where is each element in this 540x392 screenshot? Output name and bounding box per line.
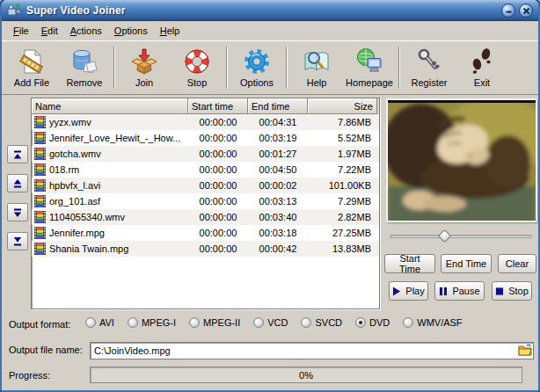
move-up-button[interactable] [7, 174, 28, 192]
cell-start-time: 00:00:00 [188, 178, 248, 193]
toolbar-join-button[interactable]: Join [118, 43, 171, 92]
seek-slider-track[interactable] [390, 235, 532, 238]
table-row[interactable]: Jennifer_Love_Hewit_-_How...00:00:0000:0… [32, 130, 379, 146]
cell-start-time: 00:00:00 [188, 114, 248, 130]
format-radio-svcd[interactable]: SVCD [301, 317, 342, 328]
toolbar-remove-button[interactable]: Remove [58, 43, 111, 92]
film-icon [34, 179, 46, 192]
table-row[interactable]: Shania Twain.mpg00:00:0000:00:4213.83MB [32, 241, 379, 257]
move-down-icon [12, 207, 23, 218]
column-header-start-time[interactable]: Start time [188, 98, 248, 114]
toolbar-options-button[interactable]: Options [230, 43, 283, 92]
radio-icon[interactable] [189, 317, 200, 328]
menu-bar: FileEditActionsOptionsHelp [2, 21, 538, 40]
toolbar-homepage-button[interactable]: Homepage [343, 43, 396, 92]
toolbar-separator [286, 47, 288, 89]
format-radio-wmv-asf[interactable]: WMV/ASF [403, 317, 462, 328]
cell-end-time: 00:04:31 [248, 114, 308, 130]
radio-icon[interactable] [403, 317, 413, 328]
table-row[interactable]: hpbvfx_l.avi00:00:0000:00:02101.00KB [32, 178, 379, 193]
radio-icon[interactable] [355, 317, 366, 328]
cell-name: 018.rm [32, 162, 188, 178]
cell-start-time: 00:00:00 [188, 209, 248, 225]
format-radio-dvd[interactable]: DVD [355, 317, 390, 328]
minimize-icon [505, 7, 513, 15]
seek-slider[interactable] [390, 230, 532, 243]
move-top-button[interactable] [7, 145, 28, 163]
output-file-input[interactable] [90, 342, 534, 359]
browse-folder-button[interactable] [517, 344, 532, 358]
cell-end-time: 00:04:50 [248, 162, 308, 178]
pause-button[interactable]: Pause [434, 281, 485, 301]
format-radio-mpeg-ii[interactable]: MPEG-II [189, 317, 240, 328]
toolbar-add-file-button[interactable]: Add File [5, 43, 58, 92]
cell-size: 7.29MB [308, 193, 377, 209]
toolbar-button-label: Stop [187, 77, 208, 88]
radio-icon[interactable] [128, 317, 138, 328]
clear-button[interactable]: Clear [498, 254, 536, 273]
menu-help[interactable]: Help [154, 24, 186, 38]
stop-button[interactable]: Stop [492, 281, 532, 301]
toolbar-button-label: Homepage [346, 77, 393, 88]
play-button[interactable]: Play [389, 281, 428, 301]
move-down-button[interactable] [7, 203, 28, 221]
cell-name: hpbvfx_l.avi [32, 178, 188, 193]
column-header-size[interactable]: Size [308, 98, 377, 114]
toolbar-button-label: Exit [474, 77, 490, 88]
toolbar-register-button[interactable]: Register [403, 43, 456, 92]
column-header-end-time[interactable]: End time [248, 98, 308, 114]
move-top-icon [12, 149, 23, 160]
format-radio-vcd[interactable]: VCD [253, 317, 288, 328]
app-icon [7, 4, 21, 18]
homepage-globe-icon [355, 47, 383, 76]
toolbar-help-button[interactable]: Help [290, 43, 343, 92]
radio-icon[interactable] [301, 317, 311, 328]
table-row[interactable]: yyzx.wmv00:00:0000:04:317.86MB [32, 114, 379, 130]
app-window: Super Video Joiner FileEditActionsOption… [0, 0, 540, 392]
toolbar: Add FileRemoveJoinStopOptionsHelpHomepag… [2, 40, 538, 95]
cell-size: 101.00KB [308, 178, 377, 193]
radio-icon[interactable] [253, 317, 264, 328]
title-bar: Super Video Joiner [2, 0, 538, 21]
help-book-icon [303, 47, 331, 76]
menu-file[interactable]: File [7, 24, 35, 38]
seek-slider-thumb[interactable] [437, 229, 451, 243]
menu-options[interactable]: Options [108, 24, 154, 38]
table-row[interactable]: 018.rm00:00:0000:04:507.22MB [32, 162, 379, 178]
cell-size: 5.52MB [308, 130, 377, 146]
table-row[interactable]: gotcha.wmv00:00:0000:01:271.97MB [32, 146, 379, 162]
cell-end-time: 00:03:18 [248, 225, 308, 241]
remove-icon [70, 47, 99, 76]
menu-actions[interactable]: Actions [64, 24, 108, 38]
format-radio-label: AVI [99, 317, 114, 328]
toolbar-button-label: Add File [14, 77, 49, 88]
cell-size: 2.82MB [308, 209, 377, 225]
film-icon [34, 132, 46, 144]
close-button[interactable] [519, 4, 533, 18]
film-icon [34, 116, 46, 128]
radio-icon[interactable] [85, 317, 96, 328]
format-radio-label: SVCD [315, 317, 342, 328]
table-row[interactable]: org_101.asf00:00:0000:03:137.29MB [32, 193, 379, 209]
stop-square-icon [495, 287, 504, 296]
format-radio-avi[interactable]: AVI [85, 317, 114, 328]
film-icon [34, 195, 46, 207]
table-row[interactable]: Jennifer.mpg00:00:0000:03:1827.25MB [32, 225, 379, 241]
cell-start-time: 00:00:00 [188, 225, 248, 241]
move-bottom-button[interactable] [7, 232, 28, 250]
cell-start-time: 00:00:00 [188, 130, 248, 146]
format-radio-mpeg-i[interactable]: MPEG-I [128, 317, 176, 328]
minimize-button[interactable] [501, 4, 515, 18]
end-time-button[interactable]: End Time [441, 254, 492, 273]
start-time-button[interactable]: Start Time [384, 254, 435, 273]
close-icon [522, 7, 530, 15]
toolbar-stop-button[interactable]: Stop [171, 43, 223, 92]
film-icon [34, 148, 46, 160]
toolbar-exit-button[interactable]: Exit [456, 43, 508, 92]
pause-icon [439, 287, 448, 296]
progress-value: 0% [299, 370, 313, 381]
menu-edit[interactable]: Edit [35, 24, 64, 38]
gear-options-icon [243, 47, 271, 76]
table-row[interactable]: 1104055340.wmv00:00:0000:03:402.82MB [32, 209, 379, 225]
column-header-name[interactable]: Name [32, 98, 188, 114]
